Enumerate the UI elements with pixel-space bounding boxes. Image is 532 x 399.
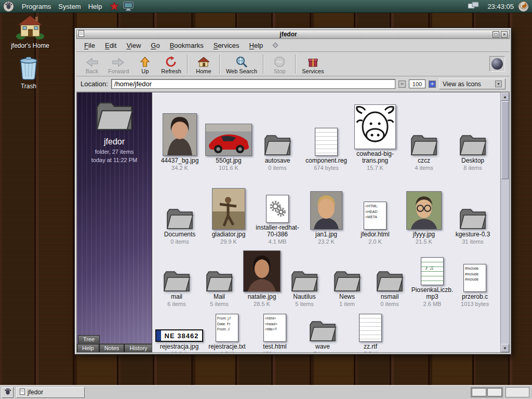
photo-woman-dark <box>243 250 281 292</box>
file-item[interactable]: News1 item <box>326 270 368 308</box>
vertical-scrollbar[interactable]: ▲ ▼ <box>500 92 509 352</box>
workspace-cell[interactable] <box>472 388 486 396</box>
file-item[interactable]: jan1.jpg23.2 K <box>302 191 351 245</box>
applet-button[interactable] <box>518 1 529 12</box>
trash-icon <box>6 56 51 82</box>
menu-file[interactable]: File <box>79 41 100 50</box>
file-item[interactable]: 44437_bg.jpg34.2 K <box>155 113 204 171</box>
sidebar-tabs: Tree HelpNotesHistory <box>77 335 152 352</box>
file-item[interactable]: zz.rtf7.7 K <box>347 314 394 352</box>
file-item[interactable]: #include#include#includeprzerob.c1013 by… <box>454 264 496 308</box>
file-name: rejestracja.jpg <box>160 343 199 350</box>
window-menu-icon[interactable] <box>78 30 84 39</box>
sidebar-title: jfedor <box>104 137 125 147</box>
file-item[interactable]: jfyyy.jpg21.5 K <box>400 191 448 245</box>
services-button[interactable]: Services <box>299 53 327 75</box>
star-launcher-icon[interactable] <box>110 2 119 11</box>
menu-view[interactable]: View <box>122 41 145 50</box>
panel-menu-system[interactable]: System <box>55 3 84 10</box>
menu-services[interactable]: Services <box>209 41 244 50</box>
titlebar[interactable]: jfedor ▢ ✕ <box>76 30 510 39</box>
file-item[interactable]: PiosenkaLiczb.mp32.6 MB <box>411 257 454 308</box>
sidebar-tab-tree[interactable]: Tree <box>78 335 100 343</box>
menu-go[interactable]: Go <box>146 41 164 50</box>
file-name: autosave <box>265 157 290 164</box>
file-item[interactable]: wave7 items <box>299 320 347 352</box>
sidebar-tab-history[interactable]: History <box>124 344 152 352</box>
menu-help[interactable]: Help <box>245 41 268 50</box>
up-button[interactable]: Up <box>132 53 158 75</box>
main-menu-button[interactable] <box>3 1 14 12</box>
foot-menu-button[interactable] <box>2 387 14 398</box>
file-item[interactable]: gladiator.jpg29.9 K <box>204 188 253 245</box>
location-input[interactable] <box>111 79 395 89</box>
page-text-line: From: j.f <box>217 316 238 322</box>
file-size: 101.6 K <box>219 165 238 171</box>
file-item[interactable]: mail6 items <box>155 270 198 308</box>
toolbar-separator <box>295 55 296 74</box>
stop-button[interactable]: Stop <box>267 53 292 75</box>
file-item[interactable]: Desktop8 items <box>448 134 497 171</box>
desktop-icon-trash[interactable]: Trash <box>6 56 51 90</box>
monitor-launcher-icon[interactable] <box>123 2 134 11</box>
close-button[interactable]: ✕ <box>501 31 508 38</box>
workspace-pager[interactable] <box>471 387 503 397</box>
task-button[interactable]: jfedor <box>16 387 85 398</box>
file-item[interactable]: cowhead-big-trans.png15.7 K <box>351 104 400 171</box>
file-item[interactable]: Documents0 items <box>155 208 204 245</box>
file-name: czcz <box>418 157 430 164</box>
file-item[interactable]: Mail5 items <box>198 270 241 308</box>
scroll-up-icon[interactable]: ▲ <box>501 92 509 101</box>
screens-applet-icon[interactable] <box>468 2 479 11</box>
location-bar: Location: − 100 + View as Icons ▼ <box>76 76 510 92</box>
maximize-button[interactable]: ▢ <box>493 31 499 38</box>
panel-menu-help[interactable]: Help <box>85 3 106 10</box>
workspace-cell[interactable] <box>487 388 502 396</box>
file-item[interactable]: kgesture-0.331 items <box>448 208 497 245</box>
folder <box>459 134 486 156</box>
photo-man-glasses <box>406 191 442 230</box>
folder <box>334 270 361 292</box>
file-item[interactable]: Nautilus5 items <box>283 270 326 308</box>
file-item[interactable]: NE 38462rejestracja.jpg13.2 K <box>155 329 203 352</box>
scrollbar-track[interactable] <box>501 180 509 344</box>
forward-button[interactable]: Forward <box>105 53 132 75</box>
file-item[interactable]: <HTML:<HEAD<METAjfedor.html2.0 K <box>351 202 400 245</box>
file-item[interactable]: <html><head><title>Ttest.html159 bytes <box>251 314 299 352</box>
page-text-line: #include <box>465 266 486 272</box>
sidebar-tab-notes[interactable]: Notes <box>99 344 125 352</box>
file-size: 0 items <box>170 238 189 245</box>
view-mode-select[interactable]: View as Icons ▼ <box>439 78 506 89</box>
scrollbar-thumb[interactable] <box>501 101 509 179</box>
file-item[interactable]: autosave0 items <box>253 134 302 171</box>
file-item[interactable]: nsmail0 items <box>368 270 411 308</box>
file-name: rejestracje.txt <box>208 343 245 350</box>
file-item[interactable]: natalie.jpg28.5 K <box>241 250 283 308</box>
desktop-icon-home[interactable]: jfedor's Home <box>8 14 52 49</box>
refresh-button[interactable]: Refresh <box>158 53 184 75</box>
text-page: From: j.fDate: FrFrom: J <box>216 314 238 342</box>
top-panel: ProgramsSystemHelp 23:43:05 <box>0 0 532 13</box>
sidebar-tab-help[interactable]: Help <box>77 344 99 352</box>
menu-edit[interactable]: Edit <box>100 41 121 50</box>
file-item[interactable]: From: j.fDate: FrFrom: Jrejestracje.txt1… <box>203 314 251 352</box>
zoom-out-button[interactable]: − <box>398 81 406 88</box>
scroll-down-icon[interactable]: ▼ <box>501 344 509 352</box>
file-size: 21.5 K <box>416 238 432 245</box>
panel-menu-programs[interactable]: Programs <box>18 3 55 10</box>
file-item[interactable]: installer-redhat-70-i3864.1 MB <box>253 195 302 245</box>
view-mode-label: View as Icons <box>443 81 481 88</box>
plate-text: NE 38462 <box>161 332 202 340</box>
zoom-in-button[interactable]: + <box>429 81 436 88</box>
home-button[interactable]: Home <box>191 53 217 75</box>
file-item[interactable]: component.reg674 bytes <box>302 128 351 171</box>
web-search-button[interactable]: Web Search <box>223 53 260 75</box>
file-size: 2.6 MB <box>423 301 442 308</box>
file-item[interactable]: czcz4 items <box>400 134 448 171</box>
back-button[interactable]: Back <box>79 53 105 75</box>
menu-bookmarks[interactable]: Bookmarks <box>165 41 208 50</box>
file-item[interactable]: 550gt.jpg101.6 K <box>204 124 253 171</box>
toolbar-button-label: Home <box>196 68 211 74</box>
back-icon <box>85 56 99 68</box>
file-name: test.html <box>263 343 286 350</box>
